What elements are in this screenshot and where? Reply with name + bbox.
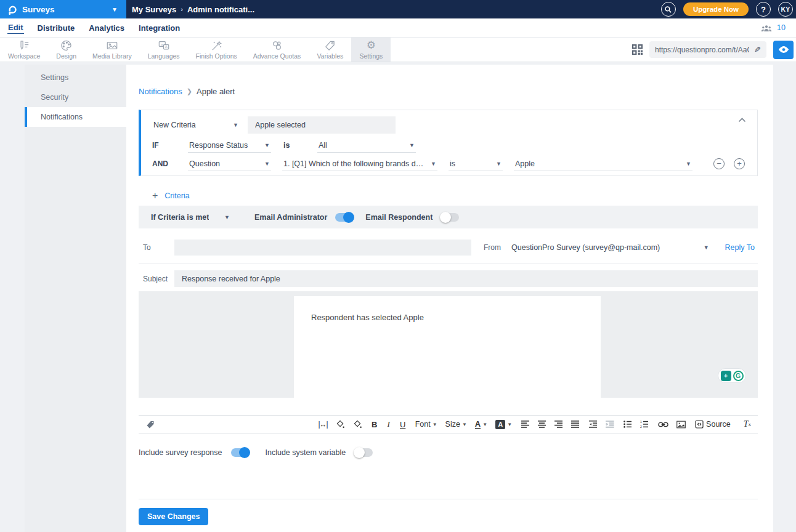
breadcrumb-my-surveys[interactable]: My Surveys [132,5,176,14]
toolbar-advance-quotas[interactable]: Advance Quotas [245,38,309,62]
tab-integration[interactable]: Integration [138,22,181,34]
email-administrator-label: Email Administrator [254,213,327,222]
chevron-down-icon: ▼ [686,161,691,167]
criteria-met-select[interactable]: If Criteria is met ▼ [150,210,231,225]
survey-toolbar: Workspace Design Media Library x A La [0,37,796,62]
preview-button[interactable] [773,41,794,59]
toolbar-finish-options[interactable]: Finish Options [188,38,245,62]
chevron-down-icon: ▼ [431,161,436,167]
breadcrumb-notifications-link[interactable]: Notifications [139,87,182,96]
collaborators[interactable]: 10 [761,23,786,32]
tab-analytics[interactable]: Analytics [88,22,125,34]
magic-wand-icon [211,40,222,51]
toolbar-workspace[interactable]: Workspace [0,38,48,62]
grammarly-widget[interactable]: + G [718,368,746,383]
to-input[interactable] [174,240,471,256]
toolbar-variables[interactable]: Variables [309,38,351,62]
product-switcher[interactable]: Surveys ▼ [0,0,126,18]
and-operator-select[interactable]: is ▼ [449,156,503,171]
upgrade-now-button[interactable]: Upgrade Now [683,2,749,16]
size-label: Size [445,420,460,429]
add-condition-button[interactable]: + [734,158,745,169]
insert-image-icon[interactable] [675,417,688,432]
notification-panel: Notifications ❯ Apple alert New Criteria… [126,65,773,532]
source-button[interactable]: Source [693,417,733,432]
remove-format-icon[interactable]: Tx [742,417,753,432]
fill-color-icon[interactable] [351,417,364,432]
eye-icon [778,46,789,53]
subject-row: Subject [139,270,758,287]
and-field-select[interactable]: Question ▼ [188,156,271,171]
and-question-select[interactable]: 1. [Q1] Which of the following brands do… [282,156,437,171]
subject-input[interactable] [174,270,758,287]
survey-url-field[interactable]: https://questionpro.com/t/AaQtpZ8 ✎ [649,41,766,58]
font-select[interactable]: Font▼ [413,417,439,432]
email-body-content[interactable]: Respondent has selected Apple [294,296,601,398]
and-question-value: 1. [Q1] Which of the following brands do… [283,159,426,168]
text-color-icon[interactable]: A▼ [473,417,489,432]
tab-edit[interactable]: Edit [7,22,24,34]
tab-distribute[interactable]: Distribute [37,22,76,34]
underline-icon[interactable]: U [398,417,408,432]
increase-indent-icon[interactable] [604,417,616,432]
align-right-icon[interactable] [553,417,565,432]
criteria-type-select[interactable]: New Criteria ▼ [152,118,240,132]
toolbar-languages[interactable]: x A Languages [140,38,188,62]
align-center-icon[interactable] [536,417,548,432]
if-label: IF [152,141,188,150]
numbered-list-icon[interactable]: 12 [638,417,651,432]
email-administrator-toggle[interactable] [335,213,354,222]
to-label: To [143,243,174,252]
add-criteria-link[interactable]: + Criteria [139,190,758,201]
sidebar-item-security[interactable]: Security [25,87,126,107]
email-respondent-label: Email Respondent [365,213,433,222]
size-select[interactable]: Size▼ [444,417,469,432]
qr-code-icon[interactable] [632,44,643,55]
edit-url-pencil-icon[interactable]: ✎ [754,45,761,54]
and-value-select[interactable]: Apple ▼ [514,156,692,171]
highlight-color-icon[interactable] [334,417,347,432]
sidebar-item-settings[interactable]: Settings [25,68,126,87]
italic-icon[interactable]: I [384,417,394,432]
if-field-select[interactable]: Response Status ▼ [188,138,271,153]
source-label: Source [706,420,731,429]
sidebar-item-notifications[interactable]: Notifications [25,107,126,127]
toolbar-advance-quotas-label: Advance Quotas [253,52,301,60]
bulleted-list-icon[interactable] [622,417,634,432]
remove-condition-button[interactable]: − [713,158,725,169]
product-dropdown-caret-icon[interactable]: ▼ [112,6,118,13]
tag-icon [324,40,336,51]
link-icon[interactable] [656,417,670,432]
user-avatar[interactable]: KY [778,2,793,17]
criteria-name-input[interactable] [248,116,396,134]
email-respondent-toggle[interactable] [441,213,459,222]
if-value-select[interactable]: All ▼ [317,138,416,153]
top-bar: Surveys ▼ My Surveys › Admin notificati.… [0,0,796,18]
decrease-indent-icon[interactable] [587,417,599,432]
image-icon [106,40,118,51]
insert-variable-tag-icon[interactable] [144,417,157,432]
from-select[interactable]: QuestionPro Survey (survey@qp-mail.com) … [510,240,710,255]
editor-toolbar: |↔| B I U Font▼ Size▼ A▼ A▼ [139,415,758,433]
toolbar-settings[interactable]: ⚙ Settings [351,38,391,62]
search-button[interactable] [661,2,676,17]
save-changes-button[interactable]: Save Changes [139,508,208,525]
align-justify-icon[interactable] [569,417,582,432]
breadcrumb-survey-name[interactable]: Admin notificati... [187,5,254,14]
toolbar-media-library[interactable]: Media Library [84,38,140,62]
toolbar-design[interactable]: Design [48,38,84,62]
align-left-icon[interactable] [519,417,532,432]
bold-icon[interactable]: B [370,417,380,432]
include-survey-response-toggle[interactable] [231,448,250,457]
include-system-variable-toggle[interactable] [354,448,373,457]
sidebar-settings-label: Settings [41,73,68,82]
if-operator-label: is [282,141,317,150]
collapse-criteria-button[interactable] [738,118,746,123]
background-color-icon[interactable]: A▼ [493,417,514,432]
criteria-and-row: AND Question ▼ 1. [Q1] Which of the foll… [152,156,745,172]
toggle-knob [354,447,365,458]
maximize-icon[interactable]: |↔| [316,417,329,432]
help-button[interactable]: ? [756,2,771,17]
reply-to-link[interactable]: Reply To [725,243,755,252]
include-system-variable-label: Include system variable [266,448,346,457]
